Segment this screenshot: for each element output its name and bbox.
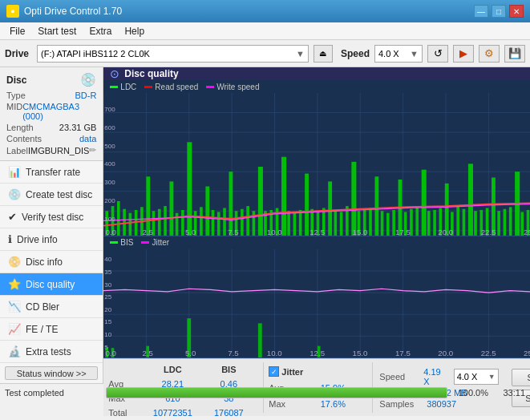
status-text: Test completed: [5, 388, 101, 398]
start-button[interactable]: ▶: [453, 45, 474, 63]
svg-rect-60: [340, 212, 343, 235]
svg-rect-39: [217, 212, 220, 235]
svg-rect-31: [170, 181, 174, 235]
fe-te-icon: 📈: [8, 323, 21, 335]
svg-rect-45: [253, 211, 256, 236]
svg-text:12.5: 12.5: [310, 349, 326, 357]
chart1-svg: 0.0 2.5 5.0 7.5 10.0 12.5 15.0 17.5 20.0…: [103, 93, 530, 236]
app-title: Opti Drive Control 1.70: [24, 6, 474, 17]
legend-read-speed: Read speed: [144, 83, 198, 91]
disc-label-icon[interactable]: ✏: [89, 145, 96, 155]
svg-rect-52: [293, 212, 297, 235]
disc-title: Disc: [6, 75, 26, 86]
menu-extra[interactable]: Extra: [83, 24, 118, 38]
svg-rect-80: [457, 206, 460, 236]
disc-mid-label: MID: [6, 102, 22, 121]
settings-button[interactable]: ⚙: [479, 45, 500, 63]
sidebar-item-cd-bler[interactable]: 📉 CD Bler: [0, 296, 103, 318]
speed-key: Speed: [379, 372, 420, 382]
drive-select[interactable]: (F:) ATAPI iHBS112 2 CL0K ▼: [37, 45, 309, 63]
progress-bar: [106, 387, 447, 398]
svg-text:15.0: 15.0: [353, 228, 368, 236]
svg-rect-34: [188, 142, 192, 236]
col-ldc: LDC: [144, 365, 200, 374]
svg-text:17.5: 17.5: [395, 228, 411, 236]
speed-dropdown[interactable]: 4.0 X ▼: [454, 369, 499, 385]
sidebar-item-disc-info[interactable]: 📀 Disc info: [0, 251, 103, 273]
disc-info-icon: 📀: [8, 256, 21, 268]
disc-quality-icon: ⭐: [8, 278, 21, 290]
svg-text:15.0: 15.0: [353, 349, 368, 357]
sidebar-item-verify-test-disc[interactable]: ✔ Verify test disc: [0, 206, 103, 228]
sidebar-item-disc-quality[interactable]: ⭐ Disc quality: [0, 273, 103, 296]
chart2-legend: BIS Jitter: [103, 236, 530, 249]
create-test-icon: 💿: [8, 188, 21, 200]
svg-rect-111: [103, 249, 530, 357]
minimize-button[interactable]: —: [474, 5, 488, 18]
svg-rect-76: [434, 210, 437, 236]
menu-help[interactable]: Help: [118, 24, 151, 38]
svg-rect-82: [468, 164, 473, 236]
svg-rect-24: [129, 213, 132, 236]
svg-text:10.0: 10.0: [267, 228, 282, 236]
svg-rect-43: [241, 209, 244, 236]
jitter-max: 17.6%: [305, 399, 361, 409]
svg-text:17.5: 17.5: [395, 349, 411, 357]
menu-start-test[interactable]: Start test: [31, 24, 83, 38]
svg-rect-73: [416, 207, 419, 236]
sidebar-item-create-test-disc[interactable]: 💿 Create test disc: [0, 184, 103, 206]
content-icon: ⊙: [110, 67, 119, 80]
disc-contents-label: Contents: [6, 134, 42, 143]
svg-rect-50: [281, 157, 286, 236]
menu-file[interactable]: File: [3, 24, 31, 38]
svg-rect-37: [206, 187, 210, 236]
cd-bler-icon: 📉: [8, 301, 21, 313]
svg-rect-29: [158, 209, 161, 236]
disc-mid-value: CMCMAGBA3 (000): [22, 102, 96, 121]
sidebar-item-drive-info[interactable]: ℹ Drive info: [0, 228, 103, 251]
drive-label: Drive: [5, 48, 29, 59]
status-window-button[interactable]: Status window >>: [5, 366, 98, 380]
svg-rect-68: [386, 213, 390, 236]
chart1-legend: LDC Read speed Write speed: [103, 80, 530, 93]
speed-label: Speed: [341, 48, 370, 59]
progress-fill: [107, 388, 447, 398]
chart1-svg-container: 0.0 2.5 5.0 7.5 10.0 12.5 15.0 17.5 20.0…: [103, 93, 530, 236]
speed-current: 4.19 X: [423, 367, 447, 386]
legend-bis: BIS: [110, 238, 133, 247]
sidebar-item-fe-te[interactable]: 📈 FE / TE: [0, 318, 103, 341]
chart2-svg-container: 0.0 2.5 5.0 7.5 10.0 12.5 15.0 17.5 20.0…: [103, 249, 530, 357]
charts-area: LDC Read speed Write speed: [103, 80, 530, 358]
speed-select[interactable]: 4.0 X ▼: [374, 45, 423, 63]
svg-rect-81: [463, 209, 466, 236]
svg-text:20.0: 20.0: [439, 228, 454, 236]
start-full-button[interactable]: Start full: [512, 369, 530, 386]
svg-rect-67: [381, 211, 384, 236]
svg-rect-53: [299, 210, 302, 236]
svg-text:7.5: 7.5: [229, 349, 240, 357]
svg-rect-44: [247, 206, 250, 236]
svg-text:20.0: 20.0: [439, 349, 454, 357]
save-button[interactable]: 💾: [504, 45, 525, 63]
disc-contents-value: data: [79, 134, 96, 143]
sidebar-item-transfer-rate[interactable]: 📊 Transfer rate: [0, 161, 103, 184]
svg-text:22.5: 22.5: [481, 228, 496, 236]
svg-rect-88: [504, 209, 507, 236]
refresh-button[interactable]: ↺: [427, 45, 448, 63]
menu-bar: File Start test Extra Help: [0, 22, 530, 40]
drive-bar: Drive (F:) ATAPI iHBS112 2 CL0K ▼ ⏏ Spee…: [0, 40, 530, 67]
sidebar-item-extra-tests[interactable]: 🔬 Extra tests: [0, 341, 103, 363]
total-label: Total: [108, 408, 144, 418]
jitter-checkbox[interactable]: ✓: [269, 366, 279, 377]
status-time: 33:11: [493, 388, 525, 398]
maximize-button[interactable]: □: [492, 5, 506, 18]
eject-button[interactable]: ⏏: [314, 45, 333, 63]
disc-icon: 💿: [80, 72, 96, 87]
svg-rect-87: [498, 211, 501, 236]
chart2-svg: 0.0 2.5 5.0 7.5 10.0 12.5 15.0 17.5 20.0…: [103, 249, 530, 357]
svg-text:7.5: 7.5: [229, 228, 240, 236]
title-bar: ● Opti Drive Control 1.70 — □ ✕: [0, 0, 530, 22]
close-button[interactable]: ✕: [509, 5, 524, 18]
svg-text:2.5: 2.5: [143, 349, 154, 357]
chart-ldc: LDC Read speed Write speed: [103, 80, 530, 236]
